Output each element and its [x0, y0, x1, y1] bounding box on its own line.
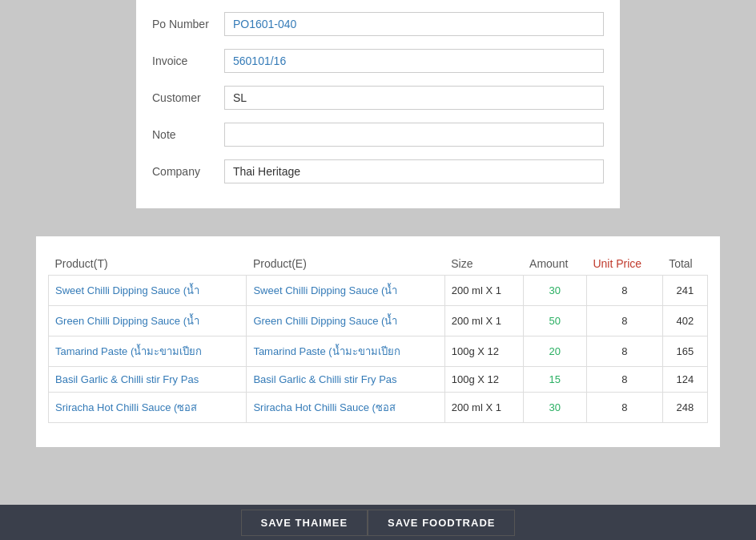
cell-size: 100g X 12 — [444, 367, 523, 393]
table-panel: Product(T) Product(E) Size Amount Unit P… — [36, 236, 720, 447]
company-row: Company — [152, 159, 604, 183]
cell-product-t: Basil Garlic & Chilli stir Fry Pas — [49, 367, 247, 393]
cell-unit-price: 8 — [586, 393, 662, 423]
cell-product-e: Green Chilli Dipping Sauce (น้ำ — [247, 306, 444, 336]
cell-product-t: Tamarind Paste (น้ำมะขามเปียก — [49, 336, 247, 367]
cell-size: 200 ml X 1 — [444, 306, 523, 336]
cell-amount: 15 — [523, 367, 586, 393]
col-header-unit-price: Unit Price — [586, 252, 662, 276]
cell-amount: 30 — [523, 276, 586, 306]
cell-amount: 50 — [523, 306, 586, 336]
cell-unit-price: 8 — [586, 367, 662, 393]
save-foodtrade-button[interactable]: SAVE FOODTRADE — [368, 510, 515, 536]
col-header-product-e: Product(E) — [247, 252, 444, 276]
cell-size: 200 ml X 1 — [444, 276, 523, 306]
invoice-label: Invoice — [152, 54, 224, 67]
cell-total: 241 — [662, 276, 707, 306]
cell-product-e: Sweet Chilli Dipping Sauce (น้ำ — [247, 276, 444, 306]
customer-label: Customer — [152, 91, 224, 104]
cell-product-t: Sriracha Hot Chilli Sauce (ซอส — [49, 393, 247, 423]
note-label: Note — [152, 128, 224, 141]
cell-amount: 20 — [523, 336, 586, 367]
invoice-row: Invoice — [152, 49, 604, 73]
company-input[interactable] — [224, 159, 604, 183]
cell-total: 248 — [662, 393, 707, 423]
po-number-input[interactable] — [224, 12, 604, 36]
cell-size: 200 ml X 1 — [444, 393, 523, 423]
cell-total: 402 — [662, 306, 707, 336]
cell-product-t: Green Chilli Dipping Sauce (น้ำ — [49, 306, 247, 336]
invoice-input[interactable] — [224, 49, 604, 73]
customer-input[interactable] — [224, 86, 604, 110]
form-panel: Po Number Invoice Customer Note Company — [136, 0, 620, 208]
cell-size: 100g X 12 — [444, 336, 523, 367]
cell-product-e: Sriracha Hot Chilli Sauce (ซอส — [247, 393, 444, 423]
col-header-total: Total — [662, 252, 707, 276]
cell-product-t: Sweet Chilli Dipping Sauce (น้ำ — [49, 276, 247, 306]
table-row: Sriracha Hot Chilli Sauce (ซอสSriracha H… — [49, 393, 708, 423]
company-label: Company — [152, 165, 224, 178]
table-row: Basil Garlic & Chilli stir Fry PasBasil … — [49, 367, 708, 393]
table-row: Green Chilli Dipping Sauce (น้ำGreen Chi… — [49, 306, 708, 336]
table-row: Tamarind Paste (น้ำมะขามเปียกTamarind Pa… — [49, 336, 708, 367]
cell-unit-price: 8 — [586, 336, 662, 367]
table-row: Sweet Chilli Dipping Sauce (น้ำSweet Chi… — [49, 276, 708, 306]
col-header-product-t: Product(T) — [49, 252, 247, 276]
note-input[interactable] — [224, 123, 604, 147]
cell-total: 124 — [662, 367, 707, 393]
customer-row: Customer — [152, 86, 604, 110]
cell-product-e: Tamarind Paste (น้ำมะขามเปียก — [247, 336, 444, 367]
po-number-label: Po Number — [152, 18, 224, 30]
cell-total: 165 — [662, 336, 707, 367]
bottom-bar: SAVE THAIMEE SAVE FOODTRADE — [0, 505, 756, 540]
cell-unit-price: 8 — [586, 276, 662, 306]
cell-product-e: Basil Garlic & Chilli stir Fry Pas — [247, 367, 444, 393]
cell-unit-price: 8 — [586, 306, 662, 336]
save-thaimee-button[interactable]: SAVE THAIMEE — [241, 510, 368, 536]
products-table: Product(T) Product(E) Size Amount Unit P… — [48, 252, 708, 423]
cell-amount: 30 — [523, 393, 586, 423]
po-number-row: Po Number — [152, 12, 604, 36]
note-row: Note — [152, 123, 604, 147]
col-header-amount: Amount — [523, 252, 586, 276]
col-header-size: Size — [444, 252, 523, 276]
